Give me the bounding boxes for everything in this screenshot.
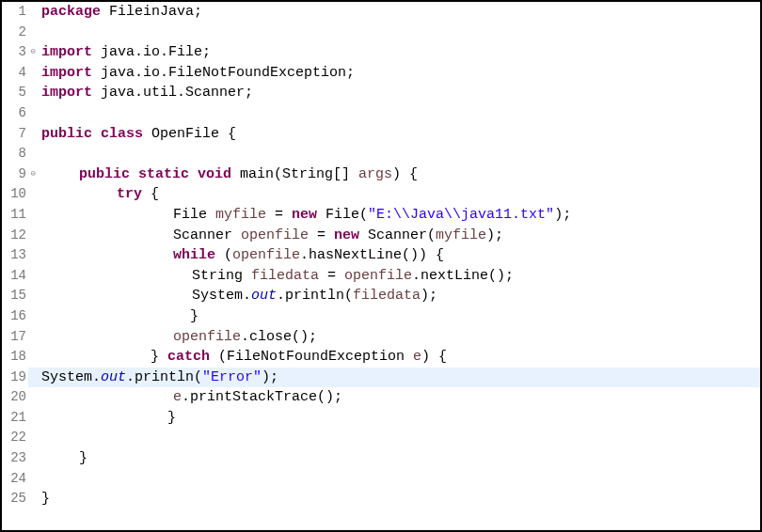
token-normal: = [319, 268, 344, 284]
code-line[interactable] [41, 23, 760, 43]
code-line[interactable]: public class OpenFile { [41, 124, 760, 145]
line-number: 23 [2, 448, 26, 469]
code-line[interactable]: } catch (FileNotFoundException e) { [41, 347, 760, 368]
code-line[interactable]: } [41, 408, 760, 429]
token-normal: = [266, 207, 292, 223]
code-line[interactable]: String filedata = openfile.nextLine(); [41, 266, 760, 287]
code-line[interactable]: try { [41, 184, 760, 205]
line-number: 5 [2, 83, 26, 103]
code-line[interactable] [41, 103, 760, 124]
token-normal: .printStackTrace(); [182, 389, 342, 405]
token-normal: String [192, 268, 251, 284]
token-normal: { [142, 186, 159, 202]
token-kw: package [41, 4, 101, 20]
token-normal: java.io.FileNotFoundException; [92, 65, 355, 81]
line-number: 3⊖ [2, 42, 26, 63]
token-kw: catch [167, 349, 210, 365]
code-line[interactable]: package FileinJava; [41, 2, 760, 23]
line-number: 19 [2, 368, 26, 388]
token-normal: } [79, 450, 87, 466]
fold-collapse-icon[interactable]: ⊖ [31, 164, 36, 185]
code-line[interactable]: } [41, 489, 760, 509]
code-line[interactable]: public static void main(String[] args) { [41, 164, 760, 185]
line-number: 6 [2, 103, 26, 124]
line-number: 15 [2, 286, 26, 306]
code-line[interactable]: e.printStackTrace(); [41, 387, 760, 408]
code-line[interactable] [41, 428, 760, 448]
token-normal: System. [192, 288, 251, 304]
token-local-var: myfile [436, 227, 486, 243]
code-line[interactable]: import java.io.FileNotFoundException; [41, 63, 760, 84]
code-line[interactable]: import java.util.Scanner; [41, 83, 760, 103]
token-normal: System. [41, 369, 101, 385]
token-kw: try [117, 186, 142, 202]
token-normal: (FileNotFoundException [210, 349, 413, 365]
line-number: 10 [2, 184, 26, 205]
token-kw: public class [41, 126, 143, 142]
line-number: 11 [2, 205, 26, 226]
token-local-var: args [358, 166, 392, 182]
line-number: 4 [2, 63, 26, 84]
token-normal: = [309, 227, 334, 243]
line-number: 20 [2, 387, 26, 408]
token-normal: FileinJava; [101, 4, 202, 20]
token-normal: Scanner [173, 227, 241, 243]
token-local-var: e [173, 389, 182, 405]
token-local-var: openfile [241, 227, 309, 243]
token-kw: while [173, 247, 215, 263]
line-number: 2 [2, 23, 26, 43]
token-normal: ); [486, 227, 503, 243]
code-line[interactable]: } [41, 448, 760, 469]
token-normal: ); [262, 369, 278, 385]
code-line[interactable]: System.out.println(filedata); [41, 286, 760, 306]
code-line[interactable]: import java.io.File; [41, 42, 760, 63]
token-local-var: filedata [353, 288, 421, 304]
token-normal: File [173, 207, 215, 223]
token-normal: java.util.Scanner; [92, 85, 253, 101]
code-line[interactable] [41, 469, 760, 490]
token-kw: import [41, 44, 92, 60]
token-str: "E:\\Java\\java11.txt" [368, 207, 554, 223]
code-line[interactable]: } [41, 306, 760, 327]
fold-collapse-icon[interactable]: ⊖ [31, 42, 36, 63]
code-editor[interactable]: 123⊖456789⊖10111213141516171819202122232… [2, 2, 760, 530]
token-kw: new [292, 207, 317, 223]
token-normal: File( [317, 207, 368, 223]
token-normal: java.io.File; [92, 44, 211, 60]
code-line[interactable]: File myfile = new File("E:\\Java\\java11… [41, 205, 760, 226]
token-local-var: openfile [173, 329, 241, 345]
line-number: 16 [2, 306, 26, 327]
code-line[interactable]: while (openfile.hasNextLine()) { [41, 245, 760, 266]
token-normal: ) { [392, 166, 418, 182]
code-line[interactable]: Scanner openfile = new Scanner(myfile); [41, 226, 760, 246]
token-kw: public static void [79, 166, 231, 182]
line-number: 22 [2, 428, 26, 448]
token-local-var: openfile [344, 268, 412, 284]
line-number: 9⊖ [2, 164, 26, 185]
line-number-gutter: 123⊖456789⊖10111213141516171819202122232… [2, 2, 28, 530]
token-kw: import [41, 85, 92, 101]
line-number: 12 [2, 226, 26, 246]
token-normal: OpenFile { [143, 126, 236, 142]
token-local-var: filedata [251, 268, 319, 284]
token-normal: } [41, 491, 50, 507]
code-content-area[interactable]: package FileinJava;import java.io.File;i… [28, 2, 760, 530]
line-number: 21 [2, 408, 26, 429]
line-number: 8 [2, 144, 26, 164]
token-normal: } [117, 410, 176, 426]
token-normal: } [117, 349, 167, 365]
token-static-field: out [251, 288, 277, 304]
token-normal: } [173, 308, 198, 324]
code-line[interactable] [41, 144, 760, 164]
token-static-field: out [101, 369, 126, 385]
token-normal: ); [421, 288, 437, 304]
token-str: "Error" [202, 369, 262, 385]
code-line[interactable]: System.out.println("Error"); [28, 368, 760, 388]
token-normal: main(String[] [231, 166, 358, 182]
token-normal: ( [215, 247, 232, 263]
token-normal: ) { [421, 349, 447, 365]
code-line[interactable]: openfile.close(); [41, 327, 760, 348]
line-number: 18 [2, 347, 26, 368]
line-number: 25 [2, 489, 26, 509]
token-normal: ); [554, 207, 571, 223]
